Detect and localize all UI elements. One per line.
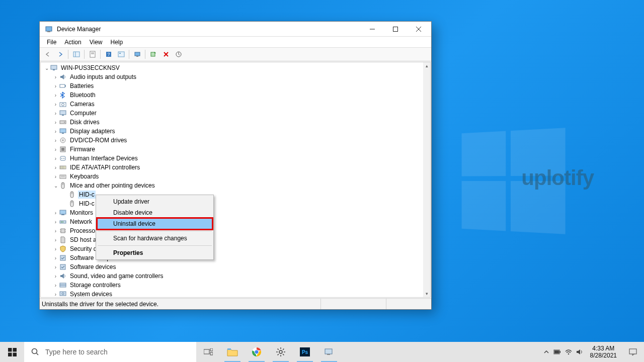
svg-point-82 bbox=[279, 350, 282, 353]
tree-category[interactable]: ›Sound, video and game controllers bbox=[41, 272, 423, 281]
expand-icon[interactable]: › bbox=[53, 237, 58, 243]
tree-category[interactable]: ›System devices bbox=[41, 290, 423, 297]
system-icon bbox=[59, 290, 67, 297]
tree-category[interactable]: ›Bluetooth bbox=[41, 90, 423, 100]
tree-category[interactable]: ›Software devices bbox=[41, 262, 423, 272]
expand-icon[interactable]: › bbox=[53, 165, 58, 170]
expand-icon[interactable]: › bbox=[53, 246, 58, 252]
tree-category[interactable]: ⌄Mice and other pointing devices bbox=[41, 181, 423, 190]
device-tree[interactable]: ⌄WIN-PUS3ECCKNSV›Audio inputs and output… bbox=[41, 62, 423, 297]
tray-volume-icon[interactable] bbox=[574, 342, 585, 362]
tray-chevron-up-icon[interactable] bbox=[541, 342, 552, 362]
scan-button[interactable] bbox=[173, 49, 184, 60]
tray-wifi-icon[interactable] bbox=[563, 342, 574, 362]
collapse-icon[interactable]: ⌄ bbox=[44, 65, 49, 71]
tree-category-label: IDE ATA/ATAPI controllers bbox=[69, 163, 141, 171]
expand-icon[interactable]: › bbox=[53, 264, 58, 270]
expand-icon[interactable]: › bbox=[53, 292, 58, 297]
svg-text:Ps: Ps bbox=[302, 349, 308, 355]
expand-icon[interactable]: › bbox=[53, 138, 58, 143]
context-menu-item[interactable]: Scan for hardware changes bbox=[97, 233, 212, 244]
svg-rect-63 bbox=[60, 255, 65, 260]
close-button[interactable] bbox=[407, 22, 430, 37]
taskbar-file-explorer[interactable] bbox=[220, 342, 245, 362]
expand-icon[interactable]: › bbox=[53, 147, 58, 152]
start-button[interactable] bbox=[0, 342, 24, 362]
expand-icon[interactable]: › bbox=[53, 74, 58, 80]
uninstall-button[interactable] bbox=[160, 49, 172, 60]
tree-category-label: Display adapters bbox=[69, 127, 116, 135]
action-button[interactable] bbox=[115, 49, 127, 60]
properties-button[interactable] bbox=[87, 49, 98, 60]
expand-icon[interactable]: › bbox=[53, 274, 58, 279]
svg-rect-22 bbox=[53, 69, 55, 70]
tree-category[interactable]: ›Computer bbox=[41, 109, 423, 118]
expand-icon[interactable]: › bbox=[53, 129, 58, 134]
tree-root[interactable]: ⌄WIN-PUS3ECCKNSV bbox=[41, 63, 423, 72]
svg-rect-31 bbox=[60, 129, 66, 133]
taskbar-chrome[interactable] bbox=[245, 342, 269, 362]
svg-point-38 bbox=[61, 158, 62, 159]
task-view-button[interactable] bbox=[196, 342, 220, 362]
help-button[interactable]: ? bbox=[103, 49, 114, 60]
menu-file[interactable]: File bbox=[43, 38, 60, 47]
context-menu-item[interactable]: Uninstall device bbox=[97, 218, 212, 229]
tree-category[interactable]: ›Display adapters bbox=[41, 127, 423, 136]
tree-category[interactable]: ›Cameras bbox=[41, 100, 423, 109]
taskbar-settings[interactable] bbox=[269, 342, 293, 362]
maximize-button[interactable] bbox=[384, 22, 407, 37]
forward-button[interactable] bbox=[54, 49, 66, 60]
tray-power-icon[interactable] bbox=[552, 342, 563, 362]
show-hide-tree-button[interactable] bbox=[70, 49, 82, 60]
app-icon bbox=[45, 25, 53, 33]
scrollbar[interactable]: ▴ ▾ bbox=[423, 62, 430, 297]
scroll-up-icon[interactable]: ▴ bbox=[423, 62, 430, 69]
expand-icon[interactable]: ⌄ bbox=[53, 183, 58, 189]
back-button[interactable] bbox=[42, 49, 53, 60]
minimize-button[interactable] bbox=[361, 22, 384, 37]
tree-category[interactable]: ›DVD/CD-ROM drives bbox=[41, 136, 423, 145]
menu-action[interactable]: Action bbox=[60, 38, 85, 47]
expand-icon[interactable]: › bbox=[53, 93, 58, 98]
menu-view[interactable]: View bbox=[86, 38, 107, 47]
tree-category[interactable]: ›Human Interface Devices bbox=[41, 154, 423, 163]
expand-icon[interactable]: › bbox=[53, 102, 58, 107]
tree-category[interactable]: ›Audio inputs and outputs bbox=[41, 72, 423, 81]
expand-icon[interactable]: › bbox=[53, 83, 58, 89]
expand-icon[interactable]: › bbox=[53, 174, 58, 179]
enable-button[interactable] bbox=[147, 49, 159, 60]
expand-icon[interactable]: › bbox=[53, 111, 58, 116]
search-box[interactable]: Type here to search bbox=[24, 342, 196, 362]
expand-icon[interactable]: › bbox=[53, 120, 58, 125]
expand-icon[interactable]: › bbox=[53, 219, 58, 225]
svg-rect-37 bbox=[60, 156, 65, 160]
context-menu-item[interactable]: Disable device bbox=[97, 207, 212, 218]
scroll-down-icon[interactable]: ▾ bbox=[423, 290, 430, 297]
context-menu-item[interactable]: Properties bbox=[97, 247, 212, 258]
menu-help[interactable]: Help bbox=[107, 38, 127, 47]
taskbar-photoshop[interactable]: Ps bbox=[293, 342, 317, 362]
expand-icon[interactable]: › bbox=[53, 210, 58, 216]
context-menu-item[interactable]: Update driver bbox=[97, 196, 212, 207]
notification-button[interactable] bbox=[622, 342, 644, 362]
content-area: ⌄WIN-PUS3ECCKNSV›Audio inputs and output… bbox=[40, 62, 431, 298]
tree-category[interactable]: ›IDE ATA/ATAPI controllers bbox=[41, 163, 423, 172]
tree-category-label: Keyboards bbox=[69, 172, 100, 180]
update-driver-button[interactable] bbox=[131, 49, 143, 60]
tree-category[interactable]: ›Batteries bbox=[41, 81, 423, 90]
expand-icon[interactable]: › bbox=[53, 283, 58, 288]
taskbar-device-manager[interactable] bbox=[317, 342, 341, 362]
tree-category[interactable]: ›Disk drives bbox=[41, 118, 423, 127]
tree-category-label: Cameras bbox=[69, 100, 96, 108]
network-icon bbox=[59, 218, 67, 226]
sw-icon bbox=[59, 254, 67, 262]
computer-icon bbox=[50, 64, 58, 72]
expand-icon[interactable]: › bbox=[53, 228, 58, 234]
clock[interactable]: 4:33 AM 8/28/2021 bbox=[585, 345, 622, 359]
tree-category[interactable]: ›Keyboards bbox=[41, 172, 423, 181]
expand-icon[interactable]: › bbox=[53, 156, 58, 161]
expand-icon[interactable]: › bbox=[53, 255, 58, 261]
svg-rect-58 bbox=[61, 229, 65, 233]
tree-category[interactable]: ›Firmware bbox=[41, 145, 423, 154]
tree-category[interactable]: ›Storage controllers bbox=[41, 281, 423, 290]
